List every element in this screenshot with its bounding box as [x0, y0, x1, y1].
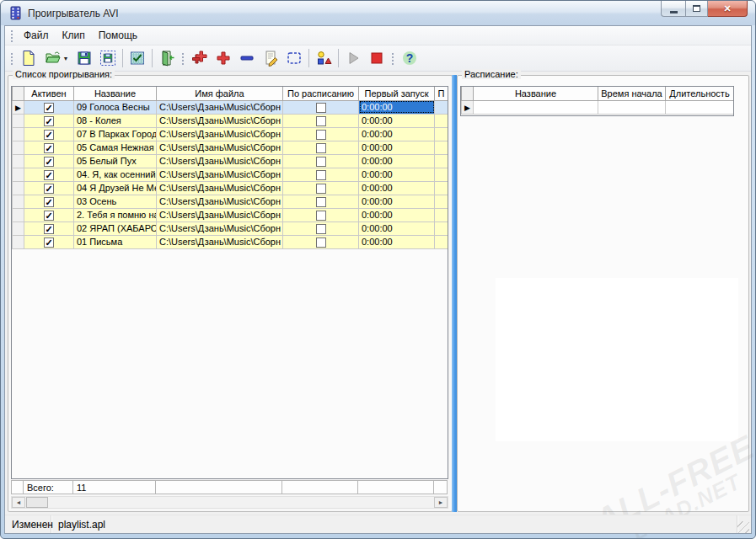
open-file-button[interactable]: ▼ — [40, 47, 72, 69]
select-region-button[interactable] — [282, 47, 306, 69]
scheduled-checkbox[interactable] — [316, 103, 326, 113]
scroll-right-icon[interactable]: ► — [434, 497, 448, 508]
scheduled-checkbox[interactable] — [316, 211, 326, 221]
active-cell[interactable]: ✓ — [24, 100, 74, 114]
name-cell[interactable]: 03 Осень — [74, 195, 157, 208]
scheduled-cell[interactable] — [283, 235, 359, 248]
row-selector-cell[interactable] — [13, 181, 24, 195]
name-cell[interactable]: 09 Голоса Весны — [74, 100, 157, 114]
name-cell[interactable]: 2. Тебя я помню на — [74, 208, 157, 221]
name-cell[interactable]: 04 Я Друзей Не Ме — [74, 181, 157, 195]
name-cell[interactable]: 08 - Колея — [74, 114, 157, 127]
clipped-cell[interactable] — [435, 168, 448, 181]
file-cell[interactable]: C:\Users\Дзань\Music\Сборн — [157, 141, 283, 154]
close-button[interactable]: ✕ — [708, 1, 748, 17]
clipped-cell[interactable] — [435, 181, 448, 195]
active-checkbox[interactable]: ✓ — [44, 130, 54, 140]
active-cell[interactable]: ✓ — [24, 127, 74, 141]
file-cell[interactable]: C:\Users\Дзань\Music\Сборн — [157, 168, 283, 181]
scheduled-cell[interactable] — [283, 114, 359, 127]
active-checkbox[interactable]: ✓ — [44, 184, 54, 194]
maximize-button[interactable] — [685, 1, 708, 17]
scheduled-checkbox[interactable] — [316, 237, 326, 248]
clipped-cell[interactable] — [435, 208, 448, 221]
menu-file[interactable]: Файл — [17, 27, 56, 44]
row-selector-cell[interactable] — [13, 208, 24, 221]
scheduled-checkbox[interactable] — [316, 184, 326, 194]
active-checkbox[interactable]: ✓ — [44, 237, 54, 248]
clipped-cell[interactable] — [435, 114, 448, 127]
name-cell[interactable]: 05 Белый Пух — [74, 154, 157, 168]
active-cell[interactable]: ✓ — [24, 114, 74, 127]
menu-gripper[interactable] — [10, 29, 14, 42]
col-clipped[interactable]: П — [435, 87, 448, 100]
first-run-cell[interactable]: 0:00:00 — [359, 181, 435, 195]
play-button[interactable] — [341, 47, 365, 69]
row-selector-cell[interactable] — [13, 168, 24, 181]
open-dropdown-icon[interactable]: ▼ — [63, 56, 69, 61]
col-active[interactable]: Активен — [24, 87, 74, 100]
active-checkbox[interactable]: ✓ — [44, 170, 54, 180]
row-selector-cell[interactable] — [13, 195, 24, 208]
menu-clip[interactable]: Клип — [56, 27, 92, 44]
scheduled-cell[interactable] — [283, 208, 359, 221]
row-selector-cell[interactable] — [13, 141, 24, 154]
col-start-time[interactable]: Время начала — [598, 87, 666, 100]
active-checkbox[interactable]: ✓ — [44, 224, 54, 234]
toolbar-gripper-2[interactable] — [181, 51, 185, 65]
clipped-cell[interactable] — [435, 141, 448, 154]
col-duration[interactable]: Длительность — [666, 87, 734, 100]
scheduled-cell[interactable] — [283, 154, 359, 168]
active-checkbox[interactable]: ✓ — [44, 211, 54, 221]
first-run-cell[interactable]: 0:00:00 — [359, 141, 435, 154]
row-selector-cell[interactable] — [13, 154, 24, 168]
scheduled-checkbox[interactable] — [316, 197, 326, 207]
scheduled-cell[interactable] — [283, 195, 359, 208]
scrollbar-thumb[interactable] — [26, 497, 48, 508]
file-cell[interactable]: C:\Users\Дзань\Music\Сборн — [157, 127, 283, 141]
col-first-run[interactable]: Первый запуск — [359, 87, 435, 100]
scheduled-cell[interactable] — [283, 141, 359, 154]
row-selector-cell[interactable] — [13, 221, 24, 235]
row-selector-cell[interactable]: ▶ — [462, 100, 474, 114]
scheduled-checkbox[interactable] — [316, 130, 326, 140]
options-button[interactable] — [126, 47, 149, 69]
scheduled-cell[interactable] — [283, 221, 359, 235]
scheduled-checkbox[interactable] — [316, 224, 326, 234]
add-multiple-button[interactable] — [188, 47, 212, 69]
row-selector-cell[interactable]: ▶ — [13, 100, 24, 114]
scheduled-cell[interactable] — [283, 168, 359, 181]
active-checkbox[interactable]: ✓ — [44, 116, 54, 126]
col-filename[interactable]: Имя файла — [157, 87, 283, 100]
file-cell[interactable]: C:\Users\Дзань\Music\Сборн — [157, 235, 283, 248]
active-cell[interactable]: ✓ — [24, 208, 74, 221]
active-checkbox[interactable]: ✓ — [44, 197, 54, 207]
active-checkbox[interactable]: ✓ — [44, 103, 54, 113]
first-run-cell[interactable]: 0:00:00 — [359, 154, 435, 168]
resize-grip-icon[interactable] — [737, 521, 749, 533]
add-clip-button[interactable] — [212, 47, 235, 69]
titlebar[interactable]: Проигрыватель AVI ✕ — [1, 1, 755, 25]
active-cell[interactable]: ✓ — [24, 168, 74, 181]
file-cell[interactable]: C:\Users\Дзань\Music\Сборн — [157, 208, 283, 221]
scheduled-checkbox[interactable] — [316, 116, 326, 126]
toolbar-gripper-3[interactable] — [391, 51, 395, 65]
name-cell[interactable]: 07 В Парках Городов — [74, 127, 157, 141]
name-cell[interactable]: 04. Я, как осенний — [74, 168, 157, 181]
scheduled-cell[interactable] — [283, 100, 359, 114]
clipped-cell[interactable] — [435, 127, 448, 141]
clipped-cell[interactable] — [435, 235, 448, 248]
clipped-cell[interactable] — [435, 100, 448, 114]
col-name[interactable]: Название — [74, 87, 157, 100]
active-cell[interactable]: ✓ — [24, 235, 74, 248]
file-cell[interactable]: C:\Users\Дзань\Music\Сборн — [157, 221, 283, 235]
scheduled-checkbox[interactable] — [316, 157, 326, 167]
file-cell[interactable]: C:\Users\Дзань\Music\Сборн — [157, 100, 283, 114]
name-cell[interactable]: 02 ЯРАП (ХАБАРОВ — [74, 221, 157, 235]
remove-clip-button[interactable] — [235, 47, 259, 69]
scheduled-checkbox[interactable] — [316, 170, 326, 180]
scheduled-cell[interactable] — [283, 181, 359, 195]
file-cell[interactable]: C:\Users\Дзань\Music\Сборн — [157, 195, 283, 208]
help-button[interactable]: ? — [398, 47, 421, 69]
clipped-cell[interactable] — [435, 195, 448, 208]
